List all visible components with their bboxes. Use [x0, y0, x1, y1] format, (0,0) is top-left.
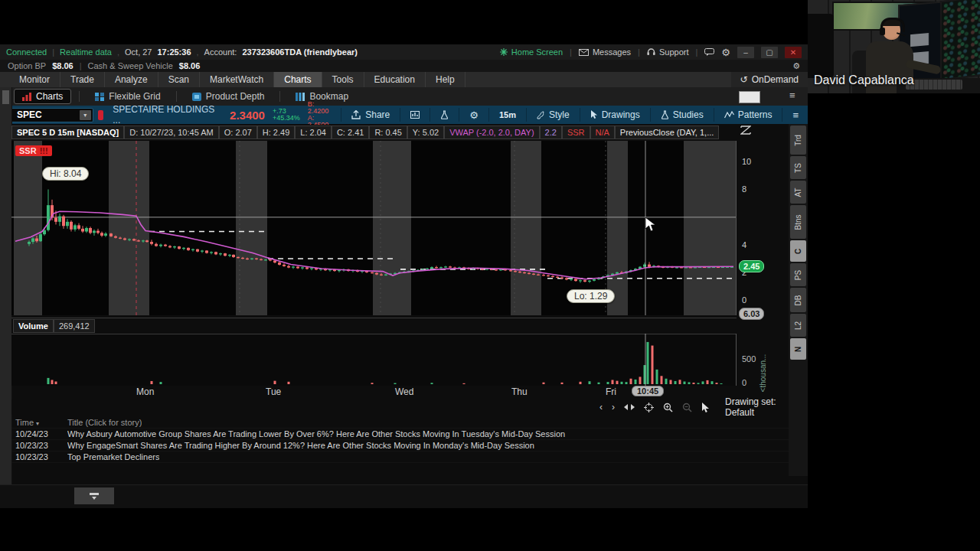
sidebar-tab-label: N — [794, 346, 802, 351]
scroll-forward-button[interactable]: › — [612, 402, 615, 412]
news-row-1[interactable]: 10/23/23Why EngageSmart Shares Are Tradi… — [11, 440, 789, 452]
menu-item-tools[interactable]: Tools — [322, 72, 364, 87]
price-tick-10: 10 — [742, 157, 751, 166]
chart-collapse-icon[interactable] — [740, 126, 751, 136]
window-close-button[interactable]: ✕ — [785, 47, 802, 58]
left-gadget-strip[interactable] — [0, 87, 12, 507]
menu-item-scan[interactable]: Scan — [158, 72, 200, 87]
menu-item-education[interactable]: Education — [364, 72, 426, 87]
ssr-badge: SSR !!! — [15, 145, 52, 156]
patterns-button[interactable]: Patterns — [720, 109, 777, 120]
ohlc-item-2: H: 2.49 — [257, 126, 295, 139]
webcam-letterbox — [808, 93, 980, 102]
menu-item-charts[interactable]: Charts — [274, 72, 322, 87]
symbol-text: SPEC — [17, 109, 42, 120]
volume-value: 269,412 — [54, 319, 95, 333]
menu-item-trade[interactable]: Trade — [60, 72, 105, 87]
symbol-dropdown-arrow[interactable]: ▾ — [80, 110, 91, 120]
pan-icon[interactable] — [624, 404, 635, 410]
ohlc-item-9: SSR — [562, 126, 590, 139]
chat-bubble-icon[interactable] — [704, 48, 714, 56]
tab-flexible-grid[interactable]: Flexible Grid — [87, 90, 168, 103]
zoom-out-icon[interactable] — [682, 403, 692, 412]
news-time-column[interactable]: Time ▾ — [11, 418, 67, 427]
separator: | — [638, 47, 640, 57]
symbol-alert-flag[interactable] — [98, 110, 104, 120]
left-strip-thumb[interactable] — [2, 90, 9, 104]
menu-item-analyze[interactable]: Analyze — [105, 72, 158, 87]
support-button[interactable]: Support — [647, 47, 689, 57]
symbol-input[interactable]: SPEC ▾ — [11, 108, 93, 122]
sidebar-tab-l2[interactable]: L2 — [790, 314, 806, 337]
sort-arrow-icon: ▾ — [36, 420, 39, 427]
menu-item-help[interactable]: Help — [426, 72, 466, 87]
share-icon — [351, 110, 361, 119]
ohlc-item-4: C: 2.41 — [332, 126, 369, 139]
bottom-strip — [0, 484, 808, 508]
chart-bottom-toolbar: ‹ › Drawing set: Default — [11, 399, 789, 415]
tab-label: Bookmap — [309, 91, 348, 102]
sidebar-tab-n[interactable]: N — [790, 338, 806, 360]
window-maximize-button[interactable]: ▢ — [761, 47, 778, 58]
symbol-row-menu-icon[interactable]: ≡ — [788, 109, 803, 121]
messages-button[interactable]: Messages — [579, 47, 631, 57]
volume-chart[interactable] — [11, 334, 737, 386]
bars-red-icon — [22, 93, 31, 101]
tab-charts[interactable]: Charts — [14, 89, 71, 104]
window-minimize-button[interactable]: – — [737, 47, 754, 58]
quick-entry-box[interactable] — [739, 91, 760, 103]
timeframe-button[interactable]: 15m — [495, 110, 521, 119]
ohlc-item-10: N/A — [590, 126, 615, 139]
news-date: 10/23/23 — [11, 452, 67, 461]
studies-button[interactable]: Studies — [656, 109, 708, 120]
menu-item-monitor[interactable]: Monitor — [9, 72, 60, 87]
drawings-button[interactable]: Drawings — [586, 109, 645, 120]
ondemand-button[interactable]: ↺ OnDemand — [731, 72, 808, 87]
settings-gear-icon[interactable]: ⚙ — [721, 47, 730, 58]
analysis-flask-button[interactable] — [436, 110, 453, 119]
report-icon — [410, 110, 420, 119]
share-button[interactable]: Share — [347, 109, 394, 120]
news-row-0[interactable]: 10/24/23Why Asbury Automotive Group Shar… — [11, 429, 789, 440]
price-chart[interactable] — [11, 141, 737, 315]
realtime-status: Realtime data — [60, 47, 112, 57]
status-bar: Connected | Realtime data , Oct, 27 17:2… — [0, 44, 808, 60]
panel-collapse-button[interactable] — [74, 487, 114, 504]
pointer-tool-icon[interactable] — [701, 403, 710, 412]
flask-icon — [440, 110, 449, 119]
time-axis[interactable]: MonTueWedThuFri 10:45 — [11, 386, 737, 399]
chart-ohlc-header: SPEC 5 D 15m [NASDAQ] D: 10/27/23, 10:45… — [11, 125, 789, 139]
grid-blue-wrap — [95, 93, 104, 101]
price-axis[interactable]: 108420 6.03 2.45 — [737, 141, 808, 315]
collapse-icon — [90, 493, 99, 500]
ohlc-item-7: VWAP (-2.0, 2.0, DAY) — [444, 126, 539, 139]
cursor-icon — [590, 110, 598, 119]
low-price-bubble: Lo: 1.29 — [567, 289, 615, 303]
menu-item-marketwatch[interactable]: MarketWatch — [200, 72, 274, 87]
home-screen-button[interactable]: Home Screen — [500, 47, 563, 57]
scroll-back-button[interactable]: ‹ — [599, 402, 603, 412]
crosshair-mode-icon[interactable] — [644, 403, 654, 412]
zoom-in-icon[interactable] — [663, 403, 673, 412]
change-stack: +.73 +45.34% — [273, 108, 300, 122]
crosshair-time-badge: 10:45 — [632, 386, 664, 396]
account-gear-icon[interactable]: ⚙ — [792, 61, 800, 71]
chart-settings-gear-icon[interactable]: ⚙ — [465, 109, 483, 121]
axis-day-thu: Thu — [511, 386, 528, 397]
ohlc-item-3: L: 2.04 — [295, 126, 332, 139]
tab-product-depth[interactable]: Product Depth — [185, 90, 273, 103]
account-label: Account: — [204, 47, 237, 57]
account-value: 237323606TDA (friendlybear) — [242, 47, 358, 57]
tabs-menu-icon[interactable]: ≡ — [789, 90, 795, 101]
trading-app-window: Connected | Realtime data , Oct, 27 17:2… — [0, 44, 808, 507]
drawing-set-selector[interactable]: Drawing set: Default — [725, 396, 789, 418]
separator: | — [695, 47, 697, 57]
report-button[interactable] — [406, 110, 424, 119]
bid-value: B: 2.4200 — [308, 101, 336, 115]
last-price-badge: 2.45 — [739, 260, 764, 272]
news-title: Why EngageSmart Shares Are Trading Highe… — [67, 441, 534, 450]
news-panel: Time ▾ Title (Click for story) 10/24/23W… — [11, 417, 789, 465]
news-title-column[interactable]: Title (Click for story) — [67, 418, 142, 427]
style-button[interactable]: Style — [532, 109, 574, 120]
news-row-2[interactable]: 10/23/23Top Premarket Decliners — [11, 452, 789, 463]
